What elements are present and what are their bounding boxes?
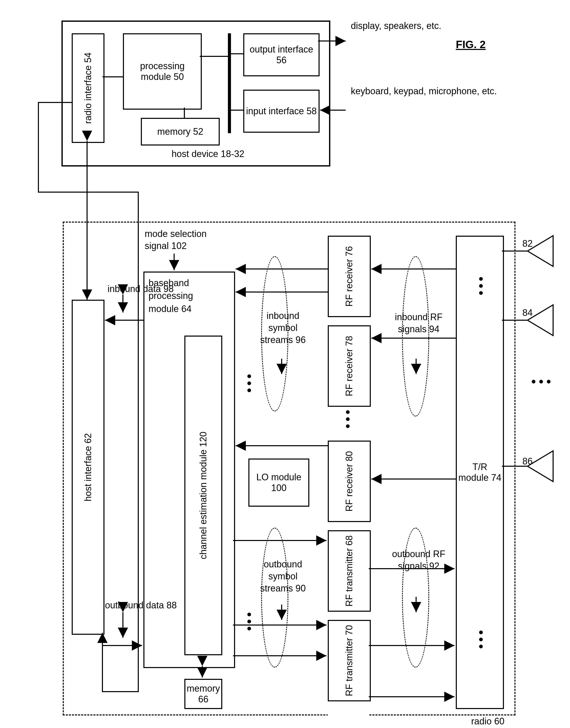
- antenna-86-label: 86: [522, 456, 533, 467]
- antenna-84-label: 84: [522, 307, 533, 318]
- rf-receiver-78: RF receiver 78: [328, 325, 371, 407]
- channel-estimation-label: channel estimation module 120: [198, 432, 209, 559]
- host-interface-label: host interface 62: [83, 433, 93, 501]
- outbound-rf-ellipse: [402, 528, 429, 668]
- tr-top-dots: •••: [474, 277, 489, 298]
- processing-module-label: processing module 50: [124, 61, 201, 82]
- radio-label: radio 60: [471, 716, 505, 727]
- radio-memory-block: memory 66: [184, 679, 222, 709]
- radio-interface-label: radio interface 54: [83, 52, 93, 124]
- tr-bot-dots: •••: [474, 630, 489, 652]
- rf-transmitter-70: RF transmitter 70: [328, 620, 371, 701]
- rf-receiver-78-label: RF receiver 78: [344, 336, 355, 396]
- symbol-out-dots: •••: [242, 612, 257, 634]
- radio-interface-block: radio interface 54: [72, 33, 104, 143]
- tr-module-label: T/R module 74: [457, 462, 503, 483]
- radio-memory-label: memory 66: [186, 683, 221, 705]
- symbol-in-dots: •••: [242, 374, 257, 395]
- processing-module-block: processing module 50: [123, 33, 202, 109]
- host-interface-block: host interface 62: [72, 300, 104, 635]
- lo-module-block: LO module 100: [248, 459, 309, 507]
- host-bus: [228, 33, 231, 133]
- output-interface-block: output interface 56: [243, 33, 320, 76]
- channel-estimation-block: channel estimation module 120: [184, 335, 222, 655]
- output-external-label: display, speakers, etc.: [351, 20, 442, 31]
- inbound-data-label: inbound data 98: [107, 283, 174, 295]
- rf-transmitter-72-placeholder: [328, 702, 369, 727]
- host-device-label: host device 18-32: [172, 149, 244, 159]
- outbound-symbol-ellipse: [261, 528, 288, 668]
- lo-module-label: LO module 100: [249, 472, 308, 493]
- input-interface-label: input interface 58: [246, 106, 317, 116]
- antenna-82-label: 82: [522, 238, 533, 249]
- figure-title: FIG. 2: [456, 38, 486, 51]
- input-external-label: keyboard, keypad, microphone, etc.: [351, 86, 497, 96]
- rf-transmitter-70-label: RF transmitter 70: [344, 625, 355, 696]
- rf-receiver-80: RF receiver 80: [328, 441, 371, 522]
- rf-receiver-76-label: RF receiver 76: [344, 246, 355, 307]
- receiver-dots: •••: [341, 410, 355, 431]
- rf-transmitter-68: RF transmitter 68: [328, 530, 371, 612]
- antenna-dots: •••: [531, 374, 554, 389]
- rf-transmitter-68-label: RF transmitter 68: [344, 535, 355, 606]
- outbound-data-label: outbound data 88: [105, 599, 177, 612]
- rf-receiver-76: RF receiver 76: [328, 236, 371, 317]
- host-memory-label: memory 52: [157, 126, 203, 137]
- inbound-rf-ellipse: [402, 256, 429, 417]
- input-interface-block: input interface 58: [243, 90, 320, 133]
- host-memory-block: memory 52: [141, 118, 220, 146]
- inbound-symbol-ellipse: [261, 256, 288, 411]
- mode-selection-label: mode selection signal 102: [145, 228, 222, 252]
- output-interface-label: output interface 56: [244, 44, 319, 65]
- rf-receiver-80-label: RF receiver 80: [344, 451, 355, 512]
- baseband-label: baseband processing module 64: [149, 277, 200, 315]
